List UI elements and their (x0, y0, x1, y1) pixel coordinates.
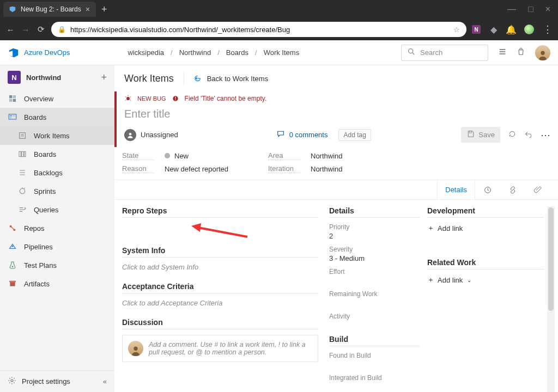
sidebar-item-queries[interactable]: Queries (0, 200, 114, 219)
discussion-input[interactable]: Add a comment. Use # to link a work item… (122, 335, 318, 362)
window-minimize-icon[interactable]: — (507, 4, 516, 14)
reason-value[interactable]: New defect reported (165, 165, 246, 173)
star-icon[interactable]: ☆ (453, 26, 460, 34)
comments-count[interactable]: 0 comments (289, 131, 328, 139)
close-tab-icon[interactable]: × (86, 5, 90, 14)
unassigned-avatar-icon (124, 129, 136, 141)
add-tag-button[interactable]: Add tag (338, 129, 371, 141)
browser-menu-icon[interactable]: ⋮ (543, 23, 553, 35)
address-bar[interactable]: 🔒 https://wicksipedia.visualstudio.com/N… (51, 22, 466, 37)
sidebar-item-repos[interactable]: Repos (0, 219, 114, 237)
activity-value[interactable] (329, 321, 420, 329)
user-avatar[interactable] (535, 45, 550, 60)
list-view-icon[interactable] (498, 47, 507, 58)
sidebar-item-backlogs[interactable]: Backlogs (0, 163, 114, 182)
found-in-build-label: Found in Build (329, 352, 420, 359)
browser-tab[interactable]: New Bug 2: - Boards × (3, 2, 96, 17)
remaining-work-label: Remaining Work (329, 290, 420, 298)
browser-tab-title: New Bug 2: - Boards (21, 5, 81, 13)
section-details: Details (329, 206, 420, 215)
save-button[interactable]: Save (461, 127, 500, 143)
sidebar-item-boards[interactable]: Boards (0, 145, 114, 163)
reason-label: Reason (122, 164, 155, 173)
acceptance-placeholder[interactable]: Click to add Acceptance Criteria (122, 299, 318, 307)
vertical-scrollbar[interactable] (547, 206, 555, 392)
tab-history[interactable] (475, 180, 500, 199)
sidebar-item-test-plans[interactable]: Test Plans (0, 256, 114, 274)
breadcrumb-area[interactable]: Boards (226, 48, 248, 57)
extension-bell-icon[interactable]: 🔔 (507, 25, 515, 34)
assignee-picker[interactable]: Unassigned (124, 129, 178, 141)
remaining-work-value[interactable] (329, 299, 420, 307)
tab-details[interactable]: Details (437, 180, 475, 199)
effort-value[interactable] (329, 277, 420, 285)
sidebar-item-overview[interactable]: Overview (0, 89, 114, 108)
nav-forward-icon[interactable]: → (21, 25, 31, 34)
project-name[interactable]: Northwind (26, 74, 61, 82)
sidebar-item-label: Backlogs (34, 169, 63, 177)
iteration-value[interactable]: Northwind (311, 165, 392, 173)
onenote-extension-icon[interactable]: N (472, 25, 481, 34)
svg-rect-9 (13, 115, 15, 117)
add-related-link-button[interactable]: ＋Add link⌄ (427, 275, 544, 285)
svg-rect-11 (20, 133, 26, 139)
state-value[interactable]: New (165, 152, 246, 160)
refresh-icon[interactable] (508, 130, 517, 140)
svg-rect-8 (10, 115, 11, 117)
section-discussion: Discussion (122, 318, 318, 327)
area-value[interactable]: Northwind (311, 152, 392, 160)
tab-attachments[interactable] (525, 180, 550, 199)
sidebar-item-pipelines[interactable]: Pipelines (0, 237, 114, 256)
repos-icon (8, 223, 17, 233)
back-to-work-items-link[interactable]: Back to Work Items (194, 74, 268, 83)
severity-value[interactable]: 3 - Medium (329, 254, 420, 262)
window-close-icon[interactable]: × (545, 4, 550, 14)
add-dev-link-button[interactable]: ＋Add link (427, 223, 544, 233)
profile-avatar-icon[interactable] (524, 24, 534, 34)
sprints-icon (17, 186, 27, 196)
validation-error-bar: NEW BUG Field 'Title' cannot be empty. (114, 91, 558, 106)
project-settings-link[interactable]: Project settings (22, 377, 70, 385)
more-actions-icon[interactable]: ⋯ (541, 129, 550, 141)
error-badge-text: NEW BUG (137, 95, 166, 102)
global-search-input[interactable]: Search (401, 45, 488, 61)
priority-label: Priority (329, 223, 420, 231)
nav-back-icon[interactable]: ← (5, 25, 15, 34)
shopping-bag-icon[interactable] (517, 47, 525, 58)
system-info-placeholder[interactable]: Click to add System Info (122, 263, 318, 271)
found-in-build-value[interactable] (329, 360, 420, 369)
azure-devops-icon (8, 47, 20, 59)
sidebar-item-sprints[interactable]: Sprints (0, 182, 114, 200)
svg-point-22 (11, 379, 13, 382)
effort-label: Effort (329, 268, 420, 275)
sidebar-item-label: Sprints (34, 187, 56, 195)
sidebar-item-artifacts[interactable]: Artifacts (0, 274, 114, 293)
sidebar-item-label: Boards (34, 150, 56, 158)
extension-icon[interactable]: ◆ (489, 25, 498, 34)
boards-icon (8, 112, 17, 122)
section-acceptance-criteria: Acceptance Criteria (122, 282, 318, 291)
sidebar-item-label: Overview (24, 95, 53, 103)
breadcrumb-project[interactable]: Northwind (179, 48, 211, 57)
sidebar-item-boards-group[interactable]: Boards (0, 108, 114, 126)
breadcrumb-page[interactable]: Work Items (264, 48, 300, 57)
section-system-info: System Info (122, 246, 318, 255)
tab-links[interactable] (500, 180, 525, 199)
undo-icon[interactable] (524, 130, 533, 140)
priority-value[interactable]: 2 (329, 232, 420, 240)
bug-title-input[interactable]: Enter title (124, 108, 550, 120)
add-button[interactable]: + (101, 72, 107, 83)
sidebar-item-work-items[interactable]: Work Items (0, 126, 114, 145)
comment-avatar-icon (128, 341, 143, 356)
new-tab-button[interactable]: + (96, 4, 113, 15)
azure-devops-logo[interactable]: Azure DevOps (8, 47, 70, 59)
svg-rect-14 (24, 151, 26, 156)
back-label: Back to Work Items (207, 75, 268, 83)
state-label: State (122, 151, 155, 160)
window-maximize-icon[interactable]: □ (528, 4, 533, 14)
nav-reload-icon[interactable]: ⟳ (36, 24, 46, 34)
breadcrumb-org[interactable]: wicksipedia (128, 48, 164, 57)
collapse-sidebar-icon[interactable]: « (103, 377, 107, 385)
integrated-in-build-value[interactable] (329, 383, 420, 391)
work-items-icon (17, 131, 27, 140)
